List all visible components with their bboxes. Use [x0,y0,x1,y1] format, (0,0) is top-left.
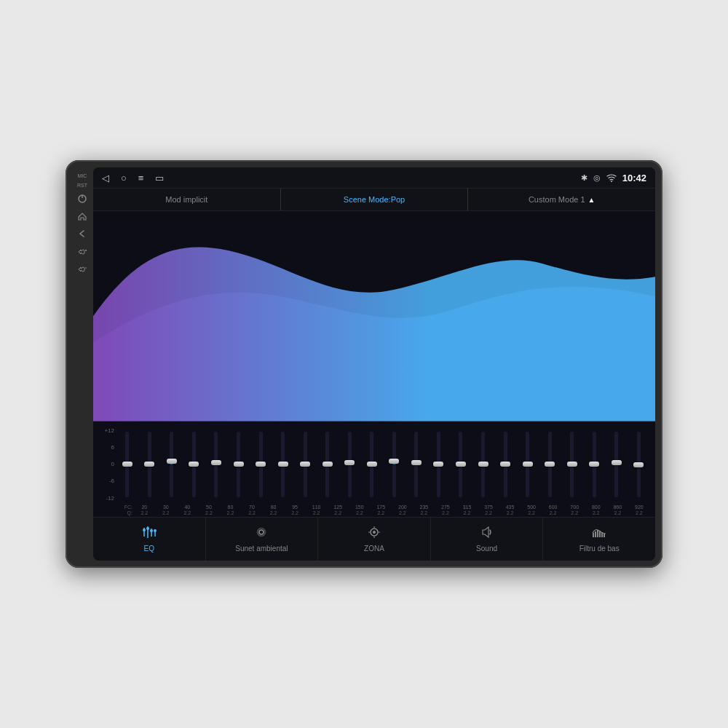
eq-thumb-50[interactable] [189,462,199,467]
q-label-95: 2.2 [285,510,306,515]
eq-thumb-435[interactable] [500,462,510,467]
eq-slider-track-920[interactable] [637,432,641,497]
eq-slider-col-375 [472,432,494,497]
status-nav: ◁ ○ ≡ ▭ [102,173,164,183]
eq-thumb-125[interactable] [323,462,333,467]
eq-thumb-150[interactable] [344,460,355,465]
eq-slider-track-150[interactable] [348,432,352,497]
db-marker-neg12: -12 [99,495,116,502]
eq-thumb-175[interactable] [367,462,377,467]
db-marker-6: 6 [99,444,116,451]
eq-slider-track-40[interactable] [170,432,173,497]
eq-slider-track-435[interactable] [504,432,507,497]
mic-button[interactable]: MIC [78,173,87,178]
eq-thumb-500[interactable] [523,462,533,467]
nav-back-button[interactable]: ◁ [102,173,109,183]
clock: 10:42 [622,173,646,183]
freq-label-275: 275 [435,505,456,510]
q-label-275: 2.2 [435,510,456,515]
eq-slider-track-700[interactable] [570,432,574,497]
eq-slider-track-200[interactable] [392,432,396,497]
eq-thumb-60[interactable] [211,460,221,465]
eq-thumb-920[interactable] [633,462,644,467]
eq-slider-track-175[interactable] [370,432,373,497]
eq-slider-col-600 [539,432,561,497]
eq-thumb-700[interactable] [567,462,577,467]
eq-thumb-70[interactable] [234,462,244,467]
nav-sunet-ambiental[interactable]: Sunet ambiental [206,518,319,561]
nav-sound[interactable]: Sound [431,518,544,561]
eq-thumb-95[interactable] [278,462,288,467]
nav-home-button[interactable]: ○ [121,173,127,183]
eq-slider-track-235[interactable] [414,432,418,497]
bluetooth-icon: ✱ [581,173,587,183]
back-button[interactable] [76,227,89,240]
eq-slider-track-125[interactable] [325,432,329,497]
nav-filtru-de-bas[interactable]: Filtru de bas [543,518,655,561]
eq-slider-track-60[interactable] [214,432,218,497]
eq-slider-col-315 [450,432,472,497]
svg-point-21 [373,531,376,534]
eq-slider-track-800[interactable] [593,432,596,497]
power-button[interactable] [76,192,89,205]
eq-slider-track-860[interactable] [614,432,618,497]
freq-label-920: 920 [629,505,650,510]
home-button[interactable] [76,210,89,223]
eq-slider-track-50[interactable] [192,432,196,497]
svg-rect-28 [595,531,596,537]
scene-mode-button[interactable]: Scene Mode:Pop [281,189,469,210]
eq-thumb-200[interactable] [389,459,399,464]
svg-point-18 [259,530,264,534]
q-label-375: 2.2 [478,510,499,515]
eq-thumb-860[interactable] [612,460,622,465]
eq-slider-track-20[interactable] [125,432,129,497]
eq-slider-track-500[interactable] [526,432,529,497]
eq-thumb-20[interactable] [122,462,132,467]
mode-arrow-icon: ▲ [588,196,596,204]
eq-thumb-800[interactable] [589,462,599,467]
vol-up-button[interactable] [76,245,89,258]
vol-down-button[interactable] [76,262,89,275]
freq-label-30: 30 [156,505,177,510]
eq-thumb-600[interactable] [545,462,555,467]
freq-label-600: 600 [542,505,563,510]
rst-button[interactable]: RST [77,183,87,188]
eq-slider-track-95[interactable] [281,432,285,497]
eq-slider-track-30[interactable] [148,432,151,497]
eq-slider-col-500 [517,432,539,497]
eq-thumb-110[interactable] [300,462,310,467]
eq-slider-track-80[interactable] [259,432,263,497]
eq-slider-col-30 [139,432,161,497]
eq-slider-track-275[interactable] [437,432,440,497]
eq-slider-col-40 [161,432,183,497]
freq-label-800: 800 [585,505,606,510]
eq-slider-track-70[interactable] [237,432,240,497]
freq-label-150: 150 [349,505,370,510]
eq-thumb-40[interactable] [167,459,177,464]
eq-slider-track-110[interactable] [304,432,307,497]
freq-label-200: 200 [392,505,414,510]
freq-label-110: 110 [306,505,327,510]
mod-implicit-button[interactable]: Mod implicit [93,189,281,210]
freq-label-500: 500 [521,505,542,510]
eq-thumb-235[interactable] [411,460,422,465]
eq-thumb-275[interactable] [433,462,443,467]
q-label-40: 2.2 [177,510,198,515]
freq-label-95: 95 [285,505,306,510]
svg-point-9 [146,527,149,530]
q-label-30: 2.2 [156,510,177,515]
eq-thumb-315[interactable] [456,462,466,467]
eq-slider-track-600[interactable] [548,432,552,497]
nav-eq[interactable]: EQ [93,518,206,561]
custom-mode-button[interactable]: Custom Mode 1 ▲ [468,189,655,210]
eq-thumb-80[interactable] [256,462,266,467]
nav-recent-button[interactable]: ▭ [155,173,164,183]
nav-menu-button[interactable]: ≡ [138,173,144,183]
eq-sliders-container [116,424,649,505]
eq-slider-track-375[interactable] [481,432,485,497]
eq-thumb-30[interactable] [144,462,154,467]
eq-slider-track-315[interactable] [459,432,462,497]
nav-zona[interactable]: ZONA [318,518,431,561]
eq-thumb-375[interactable] [478,462,488,467]
svg-point-11 [150,529,153,532]
